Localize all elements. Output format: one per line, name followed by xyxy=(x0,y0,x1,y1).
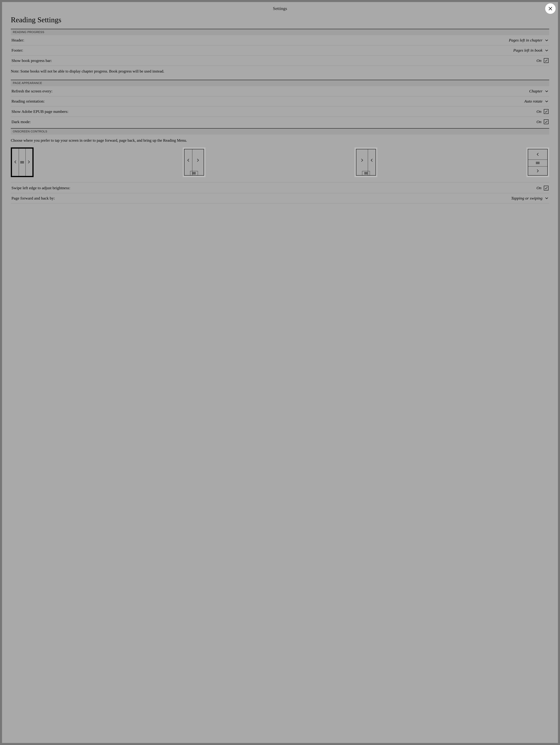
layout-option-1[interactable] xyxy=(11,148,34,177)
row-label: Refresh the screen every: xyxy=(11,89,53,93)
row-label: Show Adobe EPUB page numbers: xyxy=(11,109,68,114)
row-adobe-page-numbers[interactable]: Show Adobe EPUB page numbers: On xyxy=(11,106,549,117)
row-refresh[interactable]: Refresh the screen every: Chapter xyxy=(11,86,549,96)
page-title: Reading Settings xyxy=(11,13,549,29)
row-value: On xyxy=(536,186,541,190)
chevron-down-icon xyxy=(545,89,549,93)
row-label: Dark mode: xyxy=(11,120,31,124)
check-icon xyxy=(545,120,548,124)
check-icon xyxy=(545,110,548,113)
row-header[interactable]: Header: Pages left in chapter xyxy=(11,35,549,45)
row-value: On xyxy=(536,120,541,124)
layout-option-3[interactable] xyxy=(354,148,377,177)
checkbox[interactable] xyxy=(544,58,549,63)
section-header-onscreen-controls: ONSCREEN CONTROLS xyxy=(11,129,549,135)
arrow-left-icon xyxy=(187,159,190,162)
layout-option-4[interactable] xyxy=(526,148,549,177)
note-text: Note: Some books will not be able to dis… xyxy=(11,66,549,80)
settings-panel: Settings Reading Settings READING PROGRE… xyxy=(2,2,558,743)
close-button[interactable] xyxy=(545,3,556,14)
row-progress-bar[interactable]: Show book progress bar: On xyxy=(11,56,549,66)
row-footer[interactable]: Footer: Pages left in book xyxy=(11,45,549,56)
row-label: Header: xyxy=(11,38,24,42)
row-value: On xyxy=(536,58,541,63)
section-reading-progress: READING PROGRESS Header: Pages left in c… xyxy=(11,29,549,80)
menu-icon xyxy=(364,172,368,174)
arrow-right-icon xyxy=(536,169,539,172)
chevron-down-icon xyxy=(545,38,549,42)
layout-options xyxy=(11,147,549,182)
onscreen-description: Choose where you prefer to tap your scre… xyxy=(11,135,549,146)
check-icon xyxy=(545,59,548,62)
arrow-left-icon xyxy=(536,153,539,156)
chevron-down-icon xyxy=(545,48,549,52)
topbar: Settings xyxy=(2,2,558,13)
chevron-down-icon xyxy=(545,99,549,103)
row-label: Reading orientation: xyxy=(11,99,45,103)
row-value: Tapping or swiping xyxy=(511,196,542,200)
checkbox[interactable] xyxy=(544,109,549,114)
row-label: Footer: xyxy=(11,48,23,53)
row-value: Auto rotate xyxy=(524,99,542,103)
check-icon xyxy=(545,186,548,190)
row-swipe-brightness[interactable]: Swipe left edge to adjust brightness: On xyxy=(11,183,549,193)
chevron-down-icon xyxy=(545,196,549,200)
row-value: Pages left in chapter xyxy=(509,38,542,42)
row-label: Page forward and back by: xyxy=(11,196,55,200)
section-header-reading-progress: READING PROGRESS xyxy=(11,29,549,35)
section-onscreen-controls: ONSCREEN CONTROLS Choose where you prefe… xyxy=(11,128,549,203)
checkbox[interactable] xyxy=(544,120,549,124)
row-value: Pages left in book xyxy=(513,48,542,53)
row-dark-mode[interactable]: Dark mode: On xyxy=(11,117,549,127)
menu-icon xyxy=(536,162,539,164)
checkbox[interactable] xyxy=(544,186,549,190)
arrow-right-icon xyxy=(196,159,199,162)
arrow-right-icon xyxy=(28,160,30,164)
section-header-page-appearance: PAGE APPEARANCE xyxy=(11,80,549,86)
row-label: Swipe left edge to adjust brightness: xyxy=(11,186,70,190)
menu-icon xyxy=(192,172,196,174)
arrow-left-icon xyxy=(14,160,17,164)
menu-icon xyxy=(20,161,24,163)
row-value: On xyxy=(536,109,541,114)
row-page-turn[interactable]: Page forward and back by: Tapping or swi… xyxy=(11,193,549,203)
row-label: Show book progress bar: xyxy=(11,58,52,63)
row-orientation[interactable]: Reading orientation: Auto rotate xyxy=(11,96,549,106)
row-value: Chapter xyxy=(529,89,542,93)
layout-option-2[interactable] xyxy=(183,148,206,177)
arrow-right-icon xyxy=(361,159,364,162)
arrow-left-icon xyxy=(370,159,373,162)
section-page-appearance: PAGE APPEARANCE Refresh the screen every… xyxy=(11,80,549,128)
topbar-title: Settings xyxy=(273,6,287,11)
close-icon xyxy=(548,6,553,11)
